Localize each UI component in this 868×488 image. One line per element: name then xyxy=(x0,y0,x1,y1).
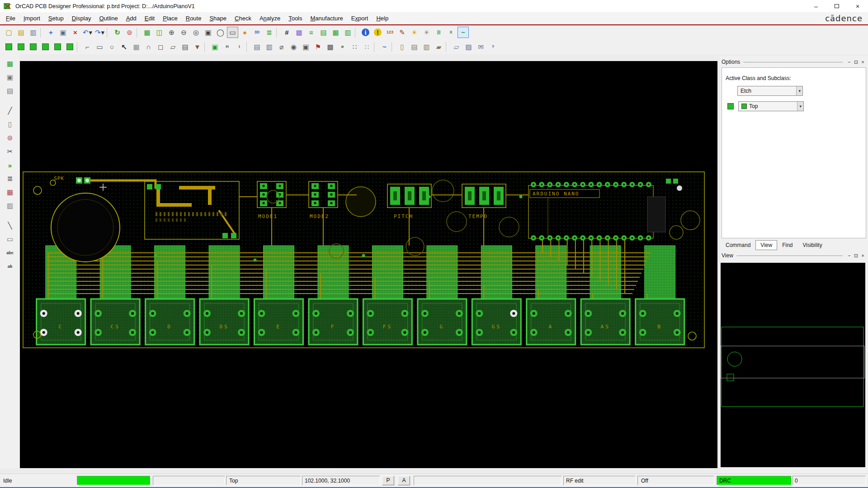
pin-tool-icon[interactable]: ⊚ xyxy=(4,132,16,144)
menu-route[interactable]: Route xyxy=(182,13,206,24)
info-icon[interactable]: i xyxy=(360,27,371,38)
key-footprint[interactable]: GS xyxy=(472,299,521,345)
grid-dots-2-icon[interactable]: ∷ xyxy=(361,41,373,52)
tab-view[interactable]: View xyxy=(755,240,777,250)
component-browser-icon[interactable]: ▥ xyxy=(342,27,354,38)
menu-export[interactable]: Export xyxy=(347,13,373,24)
bulb-icon[interactable]: ! xyxy=(372,27,383,38)
ruler-icon[interactable]: ▤ xyxy=(4,85,16,97)
pcb-layout[interactable]: CCSDDSEFFSGGSAASBSPKMODE1MODE2PITCHTEMPO… xyxy=(20,61,717,468)
menu-check[interactable]: Check xyxy=(231,13,255,24)
list-tool-icon[interactable]: ≣ xyxy=(4,173,16,185)
color-dialog-icon[interactable]: ▩ xyxy=(293,27,305,38)
subclass-color-chip[interactable] xyxy=(727,103,734,109)
maximize-button[interactable] xyxy=(826,0,847,12)
delete-icon[interactable]: × xyxy=(70,27,81,38)
numbers-icon[interactable]: 123 xyxy=(384,27,396,38)
menu-outline[interactable]: Outline xyxy=(95,13,122,24)
refresh-icon[interactable]: ↻ xyxy=(112,27,123,38)
open-icon[interactable]: ▤ xyxy=(15,27,27,38)
image-export-icon[interactable]: ▨ xyxy=(463,41,474,52)
pick-button[interactable]: P xyxy=(382,476,394,485)
artwork-icon[interactable]: ▥ xyxy=(264,41,275,52)
text-ab-icon[interactable]: ab xyxy=(4,261,16,272)
design-canvas[interactable]: CCSDDSEFFSGGSAASBSPKMODE1MODE2PITCHTEMPO… xyxy=(20,61,717,468)
drill-legend-icon[interactable]: ⌀ xyxy=(276,41,287,52)
layer-swatch-4-icon[interactable] xyxy=(40,41,51,52)
menu-place[interactable]: Place xyxy=(159,13,182,24)
stripes-icon[interactable]: ||| xyxy=(433,27,444,38)
key-footprint[interactable]: AS xyxy=(581,299,630,345)
slide-icon[interactable]: ╱ xyxy=(4,105,16,117)
chevron-down-icon[interactable]: ▾ xyxy=(796,86,802,95)
signal-wave-icon[interactable]: ~ xyxy=(379,41,390,52)
key-footprint[interactable]: B xyxy=(636,299,684,345)
window-select-icon[interactable]: ▦ xyxy=(131,41,142,52)
circle-tool-icon[interactable]: ○ xyxy=(106,41,118,52)
windows-2-icon[interactable]: ◫ xyxy=(154,27,165,38)
chevrons-icon[interactable]: » xyxy=(4,159,16,171)
flip-design-icon[interactable]: ≣ xyxy=(264,27,275,38)
zoom-previous-icon[interactable]: ◎ xyxy=(190,27,202,38)
via-icon[interactable]: ø xyxy=(337,41,348,52)
redo-icon[interactable]: ↷▾ xyxy=(94,27,105,38)
report-icon[interactable]: ▤ xyxy=(409,41,420,52)
flag-icon[interactable]: ⚑ xyxy=(312,41,324,52)
key-footprint[interactable]: D xyxy=(146,299,194,345)
chevron-down-icon[interactable]: ▾ xyxy=(797,102,803,111)
stamp-tool-icon[interactable]: ▼ xyxy=(192,41,203,52)
panel-grip[interactable] xyxy=(743,62,843,62)
class-select[interactable]: Etch ▾ xyxy=(737,86,803,96)
pin-icon[interactable]: ⊚ xyxy=(124,27,135,38)
clipboard-tool-icon[interactable]: ▯ xyxy=(4,118,16,130)
zoom-fit-icon[interactable]: ▣ xyxy=(203,27,214,38)
key-footprint[interactable]: E xyxy=(255,299,303,345)
key-footprint[interactable]: DS xyxy=(200,299,249,345)
odb-export-icon[interactable]: ▤ xyxy=(251,41,263,52)
panel-grip[interactable] xyxy=(736,256,843,256)
layer-swatch-2-icon[interactable] xyxy=(15,41,27,52)
zoom-in-icon[interactable]: ⊕ xyxy=(166,27,177,38)
key-footprint[interactable]: CS xyxy=(91,299,140,345)
arc-tool-icon[interactable]: ∩ xyxy=(143,41,154,52)
poly-tool-icon[interactable]: ▱ xyxy=(167,41,179,52)
key-footprint[interactable]: FS xyxy=(363,299,412,345)
ratsnest-i-icon[interactable]: I xyxy=(234,41,245,52)
menu-import[interactable]: Import xyxy=(19,13,44,24)
menu-help[interactable]: Help xyxy=(372,13,392,24)
panel-minimize-icon[interactable]: − xyxy=(846,253,853,258)
menu-tools[interactable]: Tools xyxy=(284,13,306,24)
layer-swatch-3-icon[interactable] xyxy=(28,41,39,52)
corner-tool-icon[interactable]: ⌐ xyxy=(82,41,93,52)
angle-button[interactable]: A xyxy=(398,476,410,485)
layer-swatch-1-icon[interactable] xyxy=(3,41,14,52)
line-tool-icon[interactable]: ╲ xyxy=(4,220,16,232)
menu-manufacture[interactable]: Manufacture xyxy=(307,13,347,24)
view-minimap[interactable] xyxy=(721,263,865,467)
place-part-icon[interactable]: ▣ xyxy=(209,41,221,52)
brush-icon[interactable]: ✎ xyxy=(396,27,408,38)
menu-edit[interactable]: Edit xyxy=(141,13,159,24)
help-icon[interactable]: ? xyxy=(487,41,499,52)
grid-dots-icon[interactable]: ∷ xyxy=(349,41,360,52)
zoom-world-icon[interactable]: ◯ xyxy=(215,27,226,38)
key-footprint[interactable]: F xyxy=(309,299,358,345)
panel-float-icon[interactable]: ⊡ xyxy=(853,59,859,65)
cut-tool-icon[interactable]: ✂ xyxy=(4,146,16,157)
key-footprint[interactable]: A xyxy=(527,299,576,345)
layer-swatch-5-icon[interactable] xyxy=(52,41,63,52)
tab-command[interactable]: Command xyxy=(721,240,755,250)
dim-icon[interactable]: ☀ xyxy=(421,27,432,38)
snapshot-icon[interactable]: ▣ xyxy=(300,41,311,52)
rect-tool-icon[interactable]: ▭ xyxy=(94,41,105,52)
menu-display[interactable]: Display xyxy=(68,13,95,24)
module-icon[interactable]: ▣ xyxy=(4,71,16,83)
board-icon[interactable]: ▦ xyxy=(4,58,16,70)
panel-close-icon[interactable]: × xyxy=(859,59,866,65)
menu-shape[interactable]: Shape xyxy=(205,13,231,24)
menu-file[interactable]: File xyxy=(2,13,19,24)
chevron-down-icon[interactable]: ▾ xyxy=(101,29,105,36)
ratsnest-h-icon[interactable]: H xyxy=(222,41,233,52)
text-abc-icon[interactable]: abc xyxy=(4,247,16,259)
save-icon[interactable]: ▥ xyxy=(28,27,39,38)
